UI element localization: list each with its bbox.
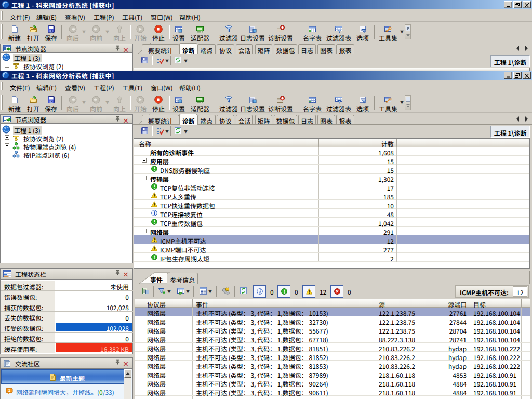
- svg-text:1: 1: [8, 388, 11, 393]
